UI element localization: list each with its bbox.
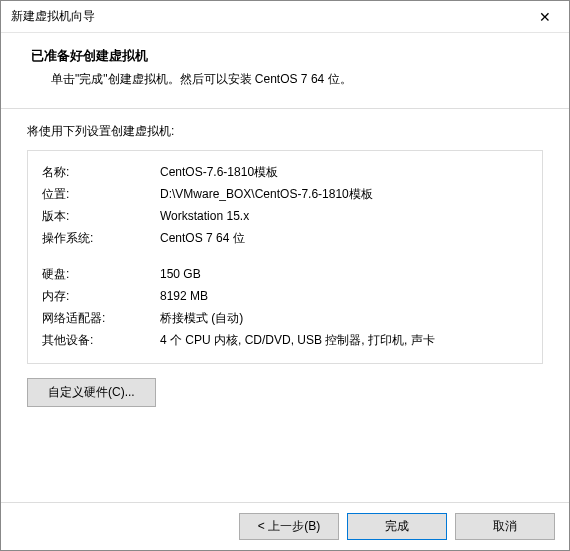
customize-area: 自定义硬件(C)... <box>27 378 543 407</box>
settings-row: 网络适配器: 桥接模式 (自动) <box>42 307 528 329</box>
settings-label: 网络适配器: <box>42 307 160 329</box>
settings-value: Workstation 15.x <box>160 205 528 227</box>
header-subheading: 单击"完成"创建虚拟机。然后可以安装 CentOS 7 64 位。 <box>31 71 549 88</box>
header-heading: 已准备好创建虚拟机 <box>31 47 549 65</box>
window-title: 新建虚拟机向导 <box>11 8 523 25</box>
settings-label: 名称: <box>42 161 160 183</box>
settings-label: 位置: <box>42 183 160 205</box>
settings-row: 硬盘: 150 GB <box>42 263 528 285</box>
settings-value: CentOS-7.6-1810模板 <box>160 161 528 183</box>
settings-panel: 名称: CentOS-7.6-1810模板 位置: D:\VMware_BOX\… <box>27 150 543 364</box>
settings-value: CentOS 7 64 位 <box>160 227 528 249</box>
wizard-body: 将使用下列设置创建虚拟机: 名称: CentOS-7.6-1810模板 位置: … <box>1 109 569 502</box>
wizard-header: 已准备好创建虚拟机 单击"完成"创建虚拟机。然后可以安装 CentOS 7 64… <box>1 33 569 108</box>
customize-hardware-button[interactable]: 自定义硬件(C)... <box>27 378 156 407</box>
settings-value: 桥接模式 (自动) <box>160 307 528 329</box>
close-icon: ✕ <box>539 9 551 25</box>
back-button[interactable]: < 上一步(B) <box>239 513 339 540</box>
settings-value: D:\VMware_BOX\CentOS-7.6-1810模板 <box>160 183 528 205</box>
close-button[interactable]: ✕ <box>523 2 567 32</box>
settings-value: 8192 MB <box>160 285 528 307</box>
settings-label: 版本: <box>42 205 160 227</box>
settings-row: 位置: D:\VMware_BOX\CentOS-7.6-1810模板 <box>42 183 528 205</box>
wizard-footer: < 上一步(B) 完成 取消 <box>1 502 569 550</box>
settings-row: 内存: 8192 MB <box>42 285 528 307</box>
settings-label: 其他设备: <box>42 329 160 351</box>
settings-value: 4 个 CPU 内核, CD/DVD, USB 控制器, 打印机, 声卡 <box>160 329 528 351</box>
cancel-button[interactable]: 取消 <box>455 513 555 540</box>
settings-label: 硬盘: <box>42 263 160 285</box>
settings-row: 操作系统: CentOS 7 64 位 <box>42 227 528 249</box>
settings-label: 内存: <box>42 285 160 307</box>
finish-button[interactable]: 完成 <box>347 513 447 540</box>
settings-row: 其他设备: 4 个 CPU 内核, CD/DVD, USB 控制器, 打印机, … <box>42 329 528 351</box>
settings-intro: 将使用下列设置创建虚拟机: <box>27 123 543 140</box>
settings-label: 操作系统: <box>42 227 160 249</box>
panel-gap <box>42 249 528 263</box>
settings-row: 名称: CentOS-7.6-1810模板 <box>42 161 528 183</box>
settings-value: 150 GB <box>160 263 528 285</box>
settings-row: 版本: Workstation 15.x <box>42 205 528 227</box>
wizard-dialog: 新建虚拟机向导 ✕ 已准备好创建虚拟机 单击"完成"创建虚拟机。然后可以安装 C… <box>0 0 570 551</box>
titlebar: 新建虚拟机向导 ✕ <box>1 1 569 33</box>
footer-spacer <box>15 513 231 540</box>
